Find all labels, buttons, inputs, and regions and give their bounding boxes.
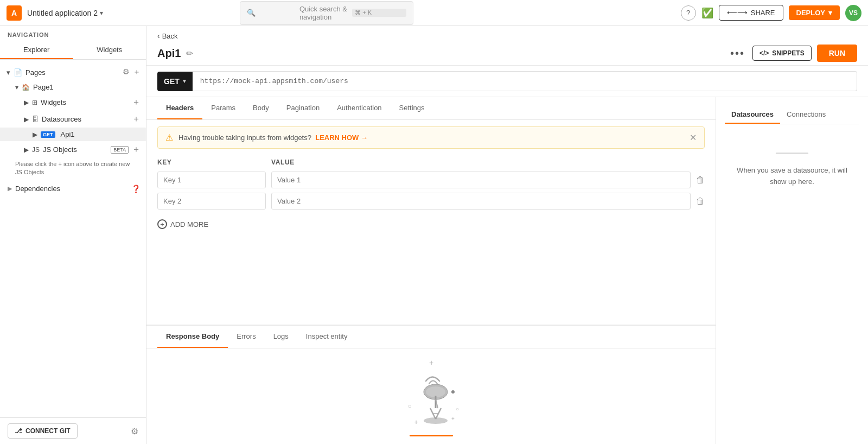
headers-content: ⚠ Having trouble taking inputs from widg…: [146, 120, 716, 325]
ds-empty-text: When you save a datasource, it will show…: [736, 165, 848, 188]
key-input-2[interactable]: [157, 193, 266, 210]
header-row-1: 🗑: [157, 169, 705, 191]
tab-explorer[interactable]: Explorer: [0, 41, 73, 59]
chevron-right-icon: ▶: [24, 146, 29, 154]
tab-authentication[interactable]: Authentication: [328, 97, 390, 119]
tab-response-body[interactable]: Response Body: [157, 326, 228, 348]
key-column-header: Key: [157, 158, 266, 166]
content-area: ‹ Back Api1 ✏ ••• </> SNIPPETS RUN: [146, 26, 868, 444]
topbar: A Untitled application 2 ▾ 🔍 Quick searc…: [0, 0, 868, 26]
add-page-icon[interactable]: ＋: [133, 67, 141, 77]
tab-logs[interactable]: Logs: [265, 326, 297, 348]
home-icon: 🏠: [22, 84, 30, 91]
headers-table: Key Value 🗑 🗑: [146, 155, 716, 234]
help-button[interactable]: ?: [681, 5, 696, 21]
ds-empty-state: When you save a datasource, it will show…: [725, 131, 859, 210]
sidebar: NAVIGATION Explorer Widgets ▾ 📄 Pages ⚙ …: [0, 26, 146, 444]
tab-params[interactable]: Params: [202, 97, 244, 119]
ds-tab-connections[interactable]: Connections: [780, 106, 832, 124]
snippets-label: SNIPPETS: [772, 49, 804, 57]
edit-icon[interactable]: ✏: [186, 48, 193, 59]
ds-tab-datasources[interactable]: Datasources: [725, 106, 780, 124]
svg-point-12: [424, 417, 448, 424]
run-button[interactable]: RUN: [817, 45, 857, 62]
tab-settings[interactable]: Settings: [391, 97, 433, 119]
datasources-panel: Datasources Connections When you save a …: [716, 97, 868, 444]
api-title-row: Api1 ✏ ••• </> SNIPPETS RUN: [157, 45, 857, 62]
settings-icon[interactable]: ⚙: [123, 67, 130, 77]
connect-git-label: CONNECT GIT: [25, 427, 71, 435]
svg-point-5: [451, 390, 455, 394]
connect-git-button[interactable]: ⎇ CONNECT GIT: [8, 423, 78, 439]
jsobjects-hint: Please click the + icon above to create …: [0, 158, 146, 181]
sidebar-item-dependencies[interactable]: ▶ Dependencies ❓: [0, 181, 146, 196]
avatar: VS: [845, 5, 861, 21]
tab-widgets[interactable]: Widgets: [73, 41, 146, 59]
svg-text:+: +: [429, 358, 433, 367]
check-icon: ✅: [701, 7, 713, 19]
url-input[interactable]: [193, 71, 857, 91]
help-icon[interactable]: ❓: [131, 185, 141, 193]
value-input-2[interactable]: [271, 193, 691, 210]
tab-headers[interactable]: Headers: [157, 97, 202, 119]
warning-icon: ⚠: [165, 132, 173, 143]
sidebar-item-widgets[interactable]: ▶ ⊞ Widgets ＋: [0, 94, 146, 111]
app-title-text: Untitled application 2: [27, 9, 98, 17]
deploy-button[interactable]: DEPLOY ▾: [789, 5, 840, 20]
key-input-1[interactable]: [157, 172, 266, 188]
avatar-text: VS: [849, 9, 858, 17]
search-bar[interactable]: 🔍 Quick search & navigation ⌘ + K: [240, 1, 413, 25]
value-input-1[interactable]: [271, 172, 691, 188]
response-tab-bar: Response Body Errors Logs Inspect entity: [146, 326, 716, 348]
api-tab-bar: Headers Params Body Pagination Authentic…: [146, 97, 716, 120]
headers-column-headers: Key Value: [157, 155, 705, 169]
share-button[interactable]: ⟵⟶ SHARE: [719, 5, 783, 21]
pages-label: Pages: [25, 68, 119, 77]
sidebar-bottom: ⎇ CONNECT GIT ⚙: [0, 417, 146, 444]
page-icon: 📄: [14, 68, 22, 77]
sidebar-item-page1[interactable]: ▾ 🏠 Page1: [0, 80, 146, 94]
sidebar-tree: ▾ 📄 Pages ⚙ ＋ ▾ 🏠 Page1 ▶ ⊞ Widgets ＋: [0, 62, 146, 417]
add-datasource-icon[interactable]: ＋: [132, 113, 141, 125]
sidebar-settings-icon[interactable]: ⚙: [131, 426, 138, 436]
tab-body[interactable]: Body: [244, 97, 278, 119]
more-button[interactable]: •••: [728, 47, 747, 60]
js-icon: JS: [32, 146, 40, 154]
tab-pagination[interactable]: Pagination: [278, 97, 328, 119]
sidebar-item-datasources[interactable]: ▶ 🗄 Datasources ＋: [0, 111, 146, 128]
snippets-button[interactable]: </> SNIPPETS: [752, 46, 812, 61]
jsobjects-label: JS Objects: [43, 145, 105, 154]
add-more-button[interactable]: + ADD MORE: [157, 214, 705, 234]
chevron-down-icon: ▾: [15, 84, 18, 91]
search-placeholder: Quick search & navigation: [299, 5, 348, 21]
tab-errors[interactable]: Errors: [228, 326, 264, 348]
dependencies-label: Dependencies: [15, 185, 128, 193]
chevron-right-icon: ▶: [24, 99, 29, 106]
delete-row-2-icon[interactable]: 🗑: [696, 196, 705, 206]
chevron-down-icon: ▾: [7, 68, 10, 77]
topbar-actions: ? ✅ ⟵⟶ SHARE DEPLOY ▾ VS: [681, 5, 861, 21]
response-body-content: + ○ + ○ +: [146, 348, 716, 444]
app-title[interactable]: Untitled application 2 ▾: [27, 9, 103, 17]
sidebar-pages-section[interactable]: ▾ 📄 Pages ⚙ ＋: [0, 64, 146, 80]
method-label: GET: [164, 77, 180, 86]
tab-inspect-entity[interactable]: Inspect entity: [297, 326, 356, 348]
alert-close-button[interactable]: ✕: [690, 132, 697, 143]
alert-text: Having trouble taking inputs from widget…: [178, 134, 684, 142]
sidebar-item-jsobjects[interactable]: ▶ JS JS Objects BETA ＋: [0, 141, 146, 158]
back-link[interactable]: ‹ Back: [157, 31, 857, 40]
api-main: Headers Params Body Pagination Authentic…: [146, 97, 716, 444]
ds-divider: [776, 153, 808, 154]
widgets-label: Widgets: [41, 98, 129, 106]
add-jsobject-icon[interactable]: ＋: [132, 144, 141, 155]
back-arrow-icon: ‹: [157, 31, 160, 40]
api1-label: Api1: [61, 130, 141, 138]
delete-row-1-icon[interactable]: 🗑: [696, 175, 705, 185]
logo-icon: A: [11, 9, 17, 17]
learn-how-link[interactable]: LEARN HOW →: [315, 134, 368, 142]
sidebar-tab-bar: Explorer Widgets: [0, 41, 146, 60]
alert-banner: ⚠ Having trouble taking inputs from widg…: [157, 126, 705, 149]
sidebar-item-api1[interactable]: ▶ GET Api1: [0, 128, 146, 141]
method-select[interactable]: GET ▾: [157, 72, 193, 91]
add-widget-icon[interactable]: ＋: [132, 97, 141, 108]
